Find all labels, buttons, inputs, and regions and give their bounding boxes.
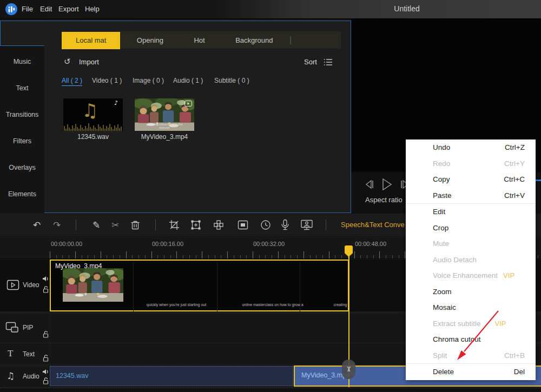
- filter-all[interactable]: All ( 2 ): [62, 77, 82, 86]
- menu-file[interactable]: File: [22, 5, 33, 13]
- media-item-audio-thumbnail[interactable]: ♫ ♪: [63, 98, 123, 131]
- track-header-text[interactable]: T Text: [0, 344, 49, 364]
- speech-text-conversion-button[interactable]: Speech&Text Conver: [341, 221, 405, 229]
- video-editor-window: File Edit Export Help Untitled Media Mus…: [0, 0, 541, 392]
- pip-track-icon: [5, 322, 19, 334]
- split-scissors-icon[interactable]: ✂: [108, 217, 123, 232]
- media-tabbar: Local mat Opening Hot Background |: [62, 31, 341, 49]
- import-row: ↺ Import Sort: [62, 56, 343, 69]
- clip-filename: 12345.wav: [56, 372, 88, 380]
- track-lock-icon[interactable]: [43, 286, 49, 293]
- ruler-timecode: 00:00:48.00: [349, 241, 392, 247]
- context-item-undo[interactable]: UndoCtrl+Z: [406, 139, 536, 156]
- vip-badge: VIP: [495, 320, 506, 328]
- import-button[interactable]: Import: [79, 58, 99, 66]
- sort-label[interactable]: Sort: [304, 58, 317, 66]
- audio-type-badge-icon: ♪: [114, 99, 118, 107]
- filter-audio[interactable]: Audio ( 1 ): [173, 77, 203, 84]
- panel-border-tab-bottom: [0, 45, 44, 46]
- context-item-audio-detach[interactable]: Audio Detach: [406, 252, 536, 268]
- undo-icon[interactable]: ↶: [29, 217, 44, 232]
- sidebar-item-overlays[interactable]: Overlays: [0, 161, 44, 174]
- clip-subtitle: quickly when you're just starting out: [147, 303, 206, 307]
- tab-opening[interactable]: Opening: [123, 32, 177, 49]
- context-item-mosaic[interactable]: Mosaic: [406, 300, 536, 316]
- timeline-audio-clip-wav[interactable]: 12345.wav: [50, 366, 293, 386]
- toolbar-separator: [326, 220, 326, 230]
- tab-background[interactable]: Background: [221, 32, 287, 49]
- text-track-icon: T: [8, 348, 13, 359]
- mosaic-icon[interactable]: [213, 220, 224, 230]
- crop-icon[interactable]: [169, 220, 180, 230]
- panel-border-tab-left: [0, 21, 1, 46]
- menu-help[interactable]: Help: [85, 5, 100, 13]
- media-item-audio-name: 12345.wav: [63, 133, 123, 141]
- delete-trash-icon[interactable]: [130, 220, 141, 230]
- track-header-pip[interactable]: PIP: [0, 314, 49, 342]
- play-icon[interactable]: [381, 178, 393, 191]
- track-mute-icon[interactable]: [42, 276, 49, 282]
- timeline-bottom-strip: [0, 388, 541, 392]
- context-item-extract-subtitle[interactable]: Extract subtitleVIP: [406, 316, 536, 332]
- media-item-video-name: MyVideo_3.mp4: [135, 133, 194, 141]
- aspect-ratio-label[interactable]: Aspect ratio: [365, 196, 403, 204]
- clip-subtitle: creating: [334, 303, 347, 307]
- context-item-chroma-cutout[interactable]: Chroma cutout: [406, 331, 536, 348]
- redo-icon[interactable]: ↷: [49, 217, 64, 232]
- media-item-video-thumbnail[interactable]: whats up influencers in this episode: [135, 98, 194, 131]
- video-track-icon: [6, 280, 19, 290]
- context-item-zoom[interactable]: Zoom: [406, 284, 536, 300]
- clip-subtitle: online masterclass on how to grow a: [242, 303, 303, 307]
- tab-local-mat[interactable]: Local mat: [62, 32, 120, 49]
- context-item-copy[interactable]: CopyCtrl+C: [406, 171, 536, 188]
- sidebar-item-text[interactable]: Text: [0, 82, 44, 95]
- tab-separator: |: [289, 31, 292, 49]
- context-menu: UndoCtrl+Z RedoCtrl+Y CopyCtrl+C PasteCt…: [406, 139, 536, 380]
- filter-image[interactable]: Image ( 0 ): [133, 77, 164, 84]
- context-item-voice-enhancement[interactable]: Voice EnhancementVIP: [406, 268, 536, 284]
- project-title: Untitled: [385, 4, 428, 13]
- sidebar-item-music[interactable]: Music: [0, 55, 44, 68]
- sort-list-icon[interactable]: [324, 58, 333, 67]
- track-mute-icon[interactable]: [42, 369, 49, 375]
- ruler-timecode: 00:00:16.00: [146, 241, 189, 247]
- filter-subtitle[interactable]: Subtitle ( 0 ): [214, 77, 249, 84]
- ruler-timecode: 00:00:00.00: [45, 241, 88, 247]
- track-lock-icon[interactable]: [43, 355, 49, 362]
- track-lock-icon[interactable]: [43, 331, 49, 338]
- track-header-audio[interactable]: ♫ Audio: [0, 366, 49, 387]
- filter-video[interactable]: Video ( 1 ): [92, 77, 122, 84]
- zoom-frame-icon[interactable]: [190, 220, 201, 230]
- menu-edit[interactable]: Edit: [40, 5, 52, 13]
- duration-clock-icon[interactable]: [260, 220, 271, 230]
- ruler-timecode: 00:00:32.00: [247, 241, 291, 247]
- timeline-video-clip[interactable]: MyVideo_3.mp4 quickly when you're just s…: [50, 260, 349, 311]
- import-icon[interactable]: ↺: [64, 57, 71, 67]
- previous-frame-icon[interactable]: [364, 179, 375, 190]
- context-item-delete[interactable]: DeleteDel: [406, 364, 536, 380]
- context-item-edit[interactable]: Edit: [406, 204, 536, 220]
- menu-export[interactable]: Export: [58, 5, 79, 13]
- thumbnail-caption: whats up influencers in this episode: [141, 123, 188, 129]
- context-item-split[interactable]: SplitCtrl+B: [406, 348, 536, 364]
- track-lock-icon[interactable]: [43, 377, 49, 384]
- sidebar-item-elements[interactable]: Elements: [0, 188, 44, 201]
- track-header-video[interactable]: Video: [0, 260, 49, 311]
- edit-pencil-icon[interactable]: ✎: [89, 217, 104, 232]
- record-screen-icon[interactable]: [300, 219, 313, 231]
- sidebar: Media Music Text Transitions Filters Ove…: [0, 19, 44, 214]
- context-item-paste[interactable]: PasteCtrl+V: [406, 188, 536, 204]
- freeze-frame-icon[interactable]: [237, 220, 248, 230]
- context-item-crop[interactable]: Crop: [406, 220, 536, 236]
- clip-thumbnail-graphic: [63, 268, 123, 302]
- split-cursor-indicator[interactable]: ✂: [342, 360, 355, 379]
- sidebar-item-filters[interactable]: Filters: [0, 135, 44, 148]
- sidebar-item-transitions[interactable]: Transitions: [0, 108, 44, 121]
- context-item-redo[interactable]: RedoCtrl+Y: [406, 156, 536, 172]
- tab-hot[interactable]: Hot: [180, 32, 219, 49]
- audio-track-icon: ♫: [6, 370, 15, 381]
- app-logo-icon[interactable]: [5, 3, 18, 16]
- music-note-icon: ♫: [82, 99, 98, 121]
- microphone-icon[interactable]: [280, 219, 290, 231]
- context-item-mute[interactable]: Mute: [406, 236, 536, 252]
